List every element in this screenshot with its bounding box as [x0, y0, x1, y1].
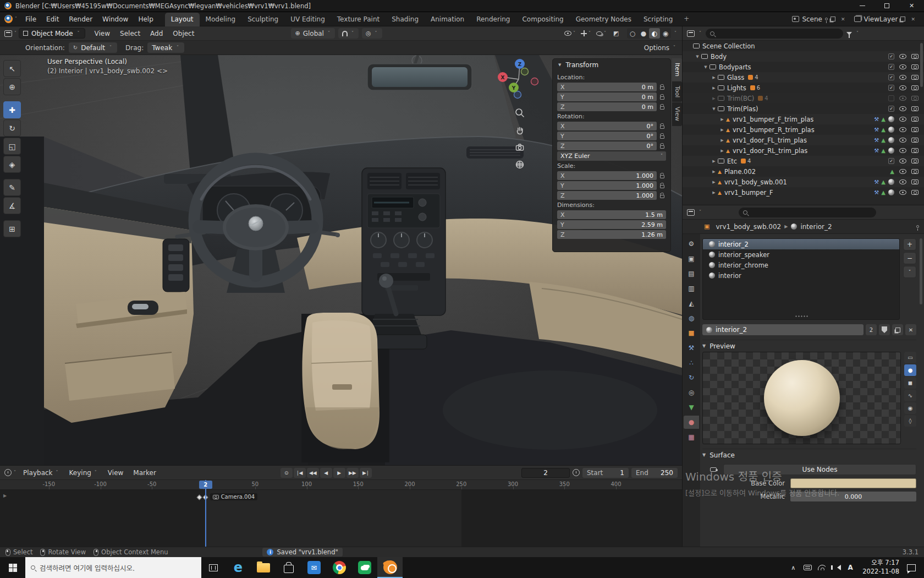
lock-toggle[interactable] [658, 173, 666, 178]
viewport-menu-object[interactable]: Object [168, 28, 199, 40]
disable-in-renders-toggle[interactable] [911, 75, 919, 80]
preview-fluid-button[interactable]: ◊ [904, 415, 916, 427]
expand-caret-icon[interactable]: ▶ [711, 75, 717, 80]
outliner-row-bodyparts[interactable]: ▼Bodyparts✓ [683, 62, 924, 72]
value-field-location-X[interactable]: X0 m [557, 83, 657, 91]
play-button[interactable]: ▶ [333, 468, 345, 478]
ime-indicator[interactable]: A [844, 557, 857, 578]
value-field-scale-Z[interactable]: Z1.000 [557, 191, 657, 200]
current-frame-field[interactable]: 2 [521, 468, 570, 478]
workspace-tab-shading[interactable]: Shading [386, 13, 425, 26]
tray-clock[interactable]: 오후 7:17 2022-11-08 [858, 559, 904, 576]
particles-tab[interactable]: ∴ [684, 356, 699, 369]
workspace-tab-sculpting[interactable]: Sculpting [241, 13, 284, 26]
task-view-button[interactable] [201, 557, 226, 578]
hide-in-viewport-toggle[interactable] [899, 169, 906, 174]
action-center-button[interactable] [905, 557, 918, 578]
outliner-row-trim-plas-[interactable]: ▼Trim(Plas)✓ [683, 103, 924, 114]
taskbar-search-input[interactable]: 검색하려면 여기에 입력하십시오. [25, 557, 201, 578]
start-button[interactable] [0, 557, 25, 578]
disable-in-renders-toggle[interactable] [911, 179, 919, 184]
taskbar-cloud-app-button[interactable] [352, 557, 377, 578]
disable-in-renders-toggle[interactable] [911, 190, 919, 195]
zoom-button[interactable] [513, 106, 527, 120]
base-color-swatch[interactable] [790, 478, 916, 488]
value-field-dimensions-Z[interactable]: Z1.26 m [557, 230, 666, 239]
physics-tab[interactable]: ↻ [684, 371, 699, 384]
outliner-row-vrv1-door-fl-trim-plas[interactable]: ▶▲vrv1_door_FL_trim_plas⚒▲ [683, 135, 924, 145]
outliner-row-vrv1-door-rl-trim-plas[interactable]: ▶▲vrv1_door_RL_trim_plas⚒▲ [683, 145, 924, 156]
measure-tool[interactable]: ∡ [3, 197, 21, 214]
unlink-scene-icon[interactable]: ✕ [840, 17, 846, 22]
material-users-button[interactable]: 2 [866, 324, 877, 335]
workspace-tab-texture-paint[interactable]: Texture Paint [331, 13, 386, 26]
texture-tab[interactable]: ▦ [684, 430, 699, 444]
unlink-material-button[interactable]: ✕ [905, 324, 916, 335]
workspace-tab-uv-editing[interactable]: UV Editing [284, 13, 331, 26]
timeline-menu-keying[interactable]: Keying˅ [64, 467, 103, 479]
timeline-tracks[interactable]: ▶ Camera.004 [0, 490, 682, 547]
expand-caret-icon[interactable]: ▶ [711, 96, 717, 101]
timeline-editor-icon[interactable] [4, 469, 12, 476]
mode-dropdown[interactable]: Object Mode ˅ [19, 28, 85, 39]
transform-tool[interactable]: ◈ [3, 156, 21, 173]
surface-panel-header[interactable]: ▼ Surface [702, 449, 916, 461]
new-viewlayer-icon[interactable] [900, 17, 905, 21]
timeline-menu-marker[interactable]: Marker [128, 467, 161, 479]
taskbar-store-button[interactable] [276, 557, 301, 578]
hide-in-viewport-toggle[interactable] [899, 64, 906, 69]
sidebar-tab-tool[interactable]: Tool [672, 81, 682, 102]
remove-slot-button[interactable]: − [903, 252, 916, 264]
use-nodes-button[interactable]: Use Nodes [723, 464, 916, 475]
slot-specials-button[interactable]: ˅ [903, 266, 916, 278]
outliner-search-input[interactable] [706, 29, 843, 39]
expand-caret-icon[interactable]: ▶ [711, 180, 717, 184]
cursor-tool[interactable]: ⊕ [3, 78, 21, 95]
menu-window[interactable]: Window [97, 13, 133, 25]
viewlayer-selector[interactable]: ViewLayer ✕ [854, 15, 916, 23]
hide-in-viewport-toggle[interactable] [899, 148, 906, 153]
disable-in-renders-toggle[interactable] [911, 106, 919, 111]
constraints-tab[interactable]: ◎ [684, 386, 699, 399]
exclude-checkbox[interactable]: ✓ [888, 64, 894, 70]
material-slot-interior-2[interactable]: interior_2 [703, 239, 899, 249]
fake-user-button[interactable] [879, 324, 890, 335]
tray-volume-button[interactable] [829, 557, 843, 578]
scale-tool[interactable]: ◱ [3, 138, 21, 155]
workspace-tab-rendering[interactable]: Rendering [470, 13, 516, 26]
scene-selector[interactable]: Scene ✕ [792, 15, 846, 23]
outliner-row-lights[interactable]: ▶Lights6✓ [683, 83, 924, 93]
object-tab[interactable]: ■ [684, 326, 699, 340]
outliner-row-trim-bc-[interactable]: ▶Trim(BC)4 [683, 93, 924, 103]
world-tab[interactable]: ◍ [684, 312, 699, 325]
properties-scrollbar[interactable] [920, 238, 922, 304]
value-field-rotation-X[interactable]: X0° [557, 122, 657, 130]
perspective-toggle-button[interactable] [513, 157, 527, 171]
outliner-row-body[interactable]: ▼Body✓ [683, 51, 924, 62]
preview-panel-header[interactable]: ▼ Preview [702, 340, 916, 352]
use-preview-range-icon[interactable] [573, 469, 580, 476]
lock-toggle[interactable] [658, 133, 666, 139]
expand-caret-icon[interactable]: ▶ [719, 117, 725, 122]
jump-to-start-button[interactable]: ∣◀ [294, 468, 306, 478]
blender-menu-icon[interactable] [4, 15, 13, 23]
material-slot-interior-speaker[interactable]: interior_speaker [703, 249, 899, 260]
taskbar-file-explorer-button[interactable] [251, 557, 276, 578]
output-tab[interactable]: ▤ [684, 267, 699, 280]
prev-keyframe-button[interactable]: ◀◀ [307, 468, 319, 478]
material-slot-interior-chrome[interactable]: interior_chrome [703, 260, 899, 270]
value-field-rotation-Z[interactable]: Z0° [557, 141, 657, 150]
expand-caret-icon[interactable]: ▼ [711, 107, 717, 111]
hide-in-viewport-toggle[interactable] [899, 54, 906, 59]
material-slot-list[interactable]: interior_2interior_speakerinterior_chrom… [702, 238, 900, 320]
close-button[interactable]: ✕ [899, 0, 924, 12]
minimize-button[interactable] [850, 0, 875, 12]
exclude-checkbox[interactable]: ✓ [888, 53, 894, 59]
breadcrumb-pin-icon[interactable] [916, 225, 919, 228]
gizmos-dropdown[interactable]: ˅ [580, 28, 593, 39]
material-name-field[interactable]: interior_2 [702, 324, 864, 335]
value-field-scale-X[interactable]: X1.000 [557, 171, 657, 180]
disable-in-renders-toggle[interactable] [911, 64, 919, 69]
hide-in-viewport-toggle[interactable] [899, 179, 906, 184]
sidebar-tab-view[interactable]: View [672, 102, 682, 126]
